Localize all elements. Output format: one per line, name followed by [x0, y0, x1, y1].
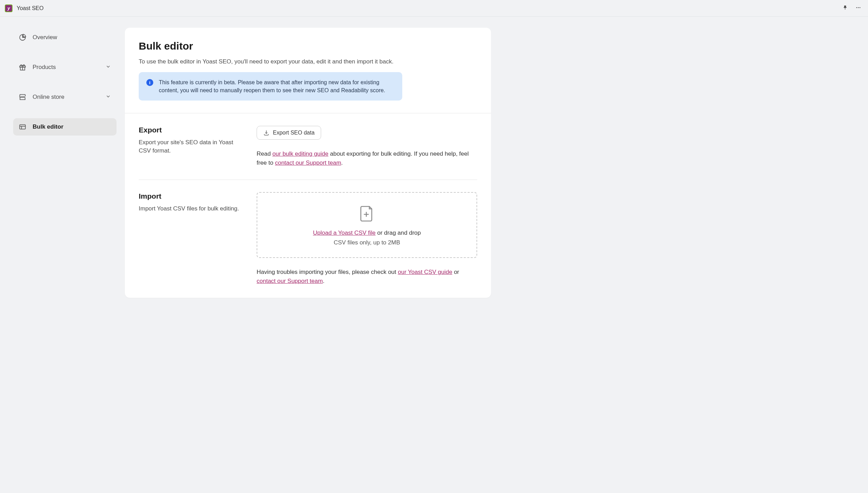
upload-note: CSV files only, up to 2MB	[264, 239, 470, 246]
svg-rect-6	[20, 125, 26, 129]
pin-icon[interactable]	[842, 5, 848, 12]
topbar: Yoast SEO	[0, 0, 868, 17]
import-section: Import Import Yoast CSV files for bulk e…	[125, 180, 491, 298]
import-section-left: Import Import Yoast CSV files for bulk e…	[139, 192, 243, 285]
export-section: Export Export your site's SEO data in Yo…	[125, 113, 491, 180]
import-help-text: Having troubles importing your files, pl…	[257, 268, 477, 285]
sidebar-item-label: Overview	[33, 34, 111, 41]
sidebar-item-label: Products	[33, 64, 99, 71]
sidebar-item-online-store[interactable]: Online store	[13, 88, 117, 106]
contact-support-link[interactable]: contact our Support team	[275, 159, 341, 166]
export-help-text: Read our bulk editing guide about export…	[257, 149, 477, 167]
gift-icon	[19, 63, 26, 71]
export-seo-data-button[interactable]: Export SEO data	[257, 126, 321, 140]
chevron-down-icon	[105, 94, 111, 101]
upload-line1: Upload a Yoast CSV file or drag and drop	[264, 230, 470, 236]
upload-csv-link[interactable]: Upload a Yoast CSV file	[313, 230, 376, 236]
sidebar-item-products[interactable]: Products	[13, 59, 117, 76]
contact-support-link-import[interactable]: contact our Support team	[257, 278, 323, 284]
export-button-label: Export SEO data	[273, 130, 315, 136]
app-title: Yoast SEO	[17, 5, 44, 11]
import-description: Import Yoast CSV files for bulk editing.	[139, 205, 243, 213]
export-section-right: Export SEO data Read our bulk editing gu…	[257, 126, 477, 167]
yoast-csv-guide-link[interactable]: our Yoast CSV guide	[398, 269, 452, 275]
svg-point-0	[856, 7, 857, 8]
more-icon[interactable]	[855, 5, 862, 12]
beta-alert: i This feature is currently in beta. Ple…	[139, 72, 402, 101]
svg-point-2	[859, 7, 860, 8]
sidebar-item-bulk-editor[interactable]: Bulk editor	[13, 118, 117, 136]
info-icon: i	[146, 79, 153, 86]
card-header: Bulk editor To use the bulk editor in Yo…	[125, 28, 491, 113]
sidebar-item-overview[interactable]: Overview	[13, 29, 117, 46]
main-content: Bulk editor To use the bulk editor in Yo…	[125, 17, 499, 309]
export-section-left: Export Export your site's SEO data in Yo…	[139, 126, 243, 167]
topbar-right	[842, 5, 862, 12]
store-icon	[19, 93, 26, 101]
sidebar-item-label: Online store	[33, 94, 99, 101]
chevron-down-icon	[105, 64, 111, 71]
page-title: Bulk editor	[139, 40, 477, 52]
svg-point-1	[858, 7, 859, 8]
export-description: Export your site's SEO data in Yoast CSV…	[139, 138, 243, 155]
sidebar: Overview Products Online store Bulk e	[0, 17, 125, 309]
file-plus-icon	[360, 205, 374, 223]
upload-dropzone[interactable]: Upload a Yoast CSV file or drag and drop…	[257, 192, 477, 258]
sidebar-item-label: Bulk editor	[33, 123, 111, 130]
pie-chart-icon	[19, 34, 26, 41]
alert-text: This feature is currently in beta. Pleas…	[159, 78, 395, 94]
card: Bulk editor To use the bulk editor in Yo…	[125, 28, 491, 298]
yoast-logo-icon	[5, 5, 12, 12]
table-icon	[19, 123, 26, 131]
bulk-editing-guide-link[interactable]: our bulk editing guide	[272, 150, 328, 157]
download-icon	[263, 130, 269, 136]
page-description: To use the bulk editor in Yoast SEO, you…	[139, 58, 477, 65]
topbar-left: Yoast SEO	[5, 5, 44, 12]
export-heading: Export	[139, 126, 243, 134]
import-heading: Import	[139, 192, 243, 200]
import-section-right: Upload a Yoast CSV file or drag and drop…	[257, 192, 477, 285]
